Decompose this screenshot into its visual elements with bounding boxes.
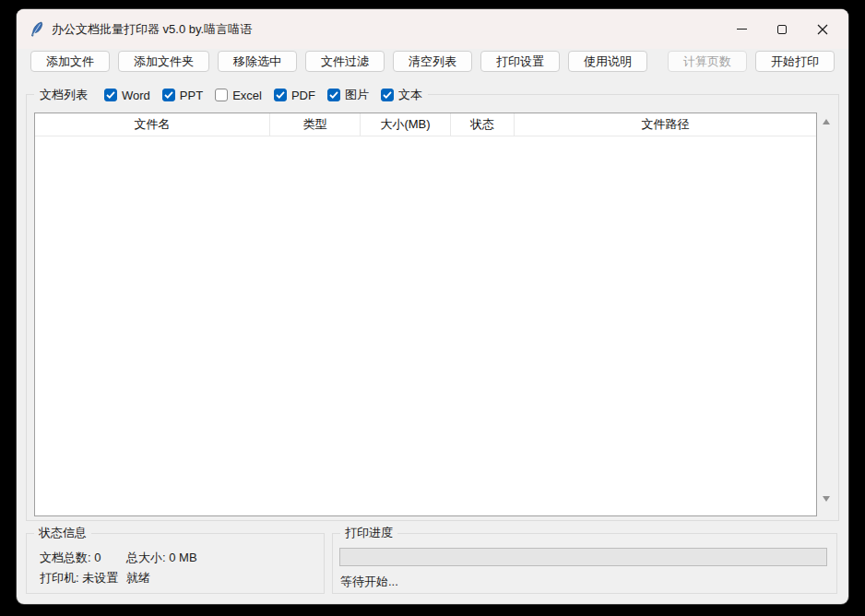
column-header-filename[interactable]: 文件名 — [35, 113, 270, 136]
file-table-body — [35, 136, 816, 515]
checkbox-icon — [327, 89, 340, 101]
column-header-size[interactable]: 大小(MB) — [361, 113, 451, 136]
toolbar: 添加文件 添加文件夹 移除选中 文件过滤 清空列表 打印设置 使用说明 计算页数… — [30, 51, 835, 72]
titlebar: 办公文档批量打印器 v5.0 by.喵言喵语 — [17, 9, 848, 49]
checkbox-icon — [381, 89, 394, 101]
filter-word-checkbox[interactable]: Word — [104, 89, 150, 102]
status-info-title: 状态信息 — [34, 526, 91, 540]
window-title: 办公文档批量打印器 v5.0 by.喵言喵语 — [52, 21, 252, 38]
table-header-row: 文件名 类型 大小(MB) 状态 文件路径 — [35, 113, 816, 136]
window-controls — [721, 9, 843, 49]
tk-feather-icon — [30, 21, 43, 37]
checkbox-icon — [274, 89, 287, 101]
minimize-icon — [737, 29, 747, 30]
filter-pdf-checkbox[interactable]: PDF — [274, 89, 315, 102]
instructions-button[interactable]: 使用说明 — [568, 51, 647, 72]
column-header-type[interactable]: 类型 — [270, 113, 361, 136]
scroll-down-icon[interactable] — [823, 496, 830, 502]
file-table: 文件名 类型 大小(MB) 状态 文件路径 — [34, 113, 817, 516]
scroll-up-icon[interactable] — [823, 119, 830, 124]
close-button[interactable] — [802, 9, 843, 49]
checkbox-icon — [104, 89, 117, 101]
count-pages-button[interactable]: 计算页数 — [668, 51, 747, 72]
add-folder-button[interactable]: 添加文件夹 — [118, 51, 209, 72]
column-header-status[interactable]: 状态 — [451, 113, 515, 136]
document-list-groupbox: 文档列表 Word PPT Excel — [26, 94, 839, 521]
filter-row: 文档列表 Word PPT Excel — [34, 86, 428, 104]
print-progress-title: 打印进度 — [340, 526, 397, 540]
column-header-filepath[interactable]: 文件路径 — [515, 113, 816, 136]
app-window: 办公文档批量打印器 v5.0 by.喵言喵语 添加文件 添加文件夹 移除选中 文… — [17, 9, 848, 604]
status-info-groupbox: 状态信息 文档总数: 0 总大小: 0 MB 打印机: 未设置 就绪 — [26, 533, 325, 594]
doc-count-label: 文档总数: 0 — [40, 550, 101, 566]
maximize-icon — [777, 25, 787, 34]
start-print-button[interactable]: 开始打印 — [755, 51, 835, 72]
filter-ppt-checkbox[interactable]: PPT — [162, 89, 203, 102]
print-progress-groupbox: 打印进度 等待开始... — [332, 533, 837, 594]
ready-state-label: 就绪 — [126, 570, 150, 586]
filter-excel-checkbox[interactable]: Excel — [215, 89, 262, 102]
remove-selected-button[interactable]: 移除选中 — [218, 51, 297, 72]
checkbox-icon — [162, 89, 175, 101]
table-scrollbar[interactable] — [818, 113, 834, 516]
progress-bar — [339, 548, 827, 566]
print-settings-button[interactable]: 打印设置 — [480, 51, 560, 72]
progress-status-label: 等待开始... — [340, 574, 398, 590]
document-list-label: 文档列表 — [40, 87, 88, 103]
filter-text-checkbox[interactable]: 文本 — [381, 87, 422, 103]
file-filter-button[interactable]: 文件过滤 — [305, 51, 385, 72]
close-icon — [817, 24, 828, 35]
add-file-button[interactable]: 添加文件 — [30, 51, 110, 72]
printer-label: 打印机: 未设置 — [40, 570, 118, 586]
clear-list-button[interactable]: 清空列表 — [393, 51, 472, 72]
maximize-button[interactable] — [762, 9, 802, 49]
checkbox-icon — [215, 89, 228, 101]
total-size-label: 总大小: 0 MB — [126, 550, 197, 566]
filter-image-checkbox[interactable]: 图片 — [327, 87, 369, 103]
minimize-button[interactable] — [721, 9, 762, 49]
